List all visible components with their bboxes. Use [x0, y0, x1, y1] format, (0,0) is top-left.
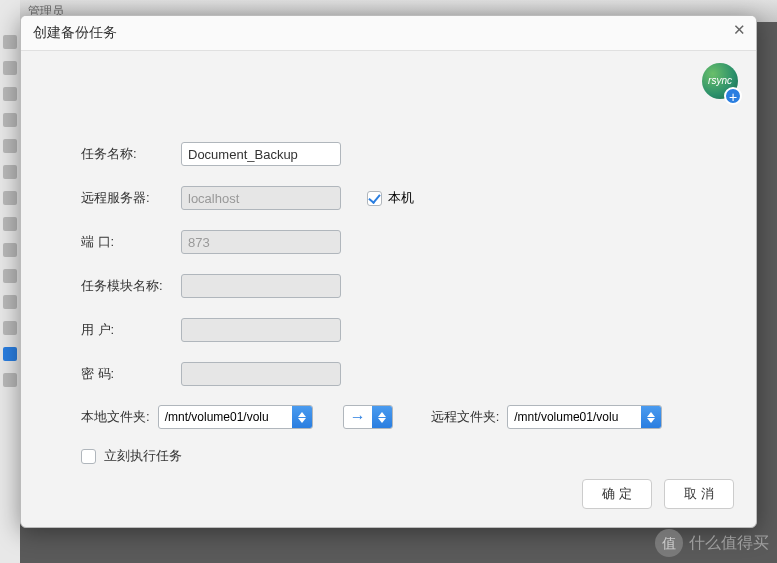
watermark: 值 什么值得买: [655, 529, 769, 557]
sidebar-icon: [3, 295, 17, 309]
sidebar-icon: [3, 269, 17, 283]
background-sidebar: [0, 0, 20, 563]
dialog-title-bar: 创建备份任务 ✕: [21, 16, 756, 51]
sidebar-icon: [3, 87, 17, 101]
dialog-body: rsync + 任务名称: 远程服务器: 本机 端 口: 任务模块名称: 用 户…: [21, 51, 756, 469]
sidebar-icon: [3, 61, 17, 75]
module-name-input: [181, 274, 341, 298]
sidebar-icon-active: [3, 347, 17, 361]
task-name-input[interactable]: [181, 142, 341, 166]
sidebar-icon: [3, 191, 17, 205]
user-input: [181, 318, 341, 342]
stepper-icon[interactable]: [372, 406, 392, 428]
arrow-right-icon: →: [344, 408, 372, 426]
sidebar-icon: [3, 35, 17, 49]
remote-folder-label: 远程文件夹:: [431, 408, 500, 426]
run-immediately-label: 立刻执行任务: [104, 447, 182, 465]
port-label: 端 口:: [81, 233, 181, 251]
sidebar-icon: [3, 321, 17, 335]
module-name-label: 任务模块名称:: [81, 277, 181, 295]
remote-server-label: 远程服务器:: [81, 189, 181, 207]
remote-folder-value: /mnt/volume01/volu: [508, 410, 641, 424]
add-icon: +: [724, 87, 742, 105]
task-name-label: 任务名称:: [81, 145, 181, 163]
port-input: [181, 230, 341, 254]
sidebar-icon: [3, 113, 17, 127]
run-immediately-checkbox[interactable]: [81, 449, 96, 464]
cancel-button[interactable]: 取 消: [664, 479, 734, 509]
watermark-badge: 值: [655, 529, 683, 557]
local-folder-value: /mnt/volume01/volu: [159, 410, 292, 424]
remote-folder-select[interactable]: /mnt/volume01/volu: [507, 405, 662, 429]
sidebar-icon: [3, 139, 17, 153]
local-folder-label: 本地文件夹:: [81, 408, 150, 426]
create-backup-task-dialog: 创建备份任务 ✕ rsync + 任务名称: 远程服务器: 本机 端 口: 任务…: [20, 15, 757, 528]
remote-server-input: [181, 186, 341, 210]
watermark-text: 什么值得买: [689, 533, 769, 554]
local-folder-select[interactable]: /mnt/volume01/volu: [158, 405, 313, 429]
sidebar-icon: [3, 165, 17, 179]
dialog-title: 创建备份任务: [33, 24, 117, 40]
close-button[interactable]: ✕: [730, 22, 748, 40]
user-label: 用 户:: [81, 321, 181, 339]
local-machine-label: 本机: [388, 189, 414, 207]
sidebar-icon: [3, 243, 17, 257]
direction-select[interactable]: →: [343, 405, 393, 429]
stepper-icon[interactable]: [292, 406, 312, 428]
sidebar-icon: [3, 217, 17, 231]
sidebar-icon: [3, 373, 17, 387]
local-machine-checkbox[interactable]: [367, 191, 382, 206]
password-input: [181, 362, 341, 386]
dialog-footer: 确 定 取 消: [21, 469, 756, 527]
stepper-icon[interactable]: [641, 406, 661, 428]
password-label: 密 码:: [81, 365, 181, 383]
ok-button[interactable]: 确 定: [582, 479, 652, 509]
